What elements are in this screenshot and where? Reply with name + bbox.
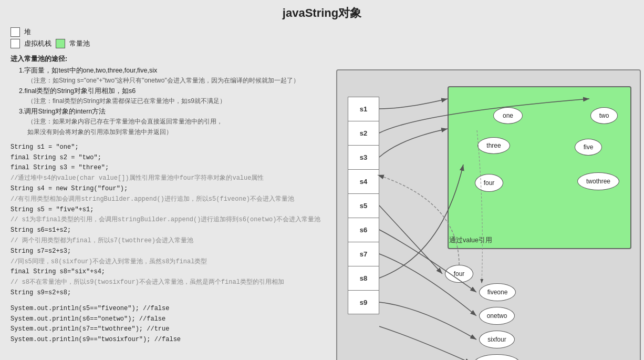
node-one: one [493,107,523,124]
code-line-12: final String s8="six"+s4; [11,267,336,277]
legend: 堆 虚拟机栈 常量池 [11,27,633,48]
intro-item-1-main: 1.字面量，如test中的one,two,three,four,five,six [19,65,336,76]
node-four-heap: four [445,265,473,283]
legend-other-row: 虚拟机栈 常量池 [11,39,633,48]
vm-stack-legend-label: 虚拟机栈 [24,39,51,48]
heap-legend-box [11,27,20,37]
code-line-14: String s9=s2+s8; [11,288,336,299]
node-two: two [590,107,618,124]
page: javaString对象 堆 虚拟机栈 常量池 进入常量池的途径: 1.字面量，… [0,0,644,360]
node-twothree: twothree [577,172,619,190]
node-twosixfour: twosixfour [474,354,520,360]
code-line-3: //通过堆中s4的value(char value[])属性引用常量池中four… [11,173,336,184]
node-three: three [477,137,510,154]
intro-item-3-main: 3.调用String对象的intern方法 [19,106,336,117]
stack-cell-s2: s2 [348,121,379,145]
node-fiveone: fiveone [479,283,516,301]
code-line-4: String s4 = new String("four"); [11,184,336,194]
node-five: five [575,139,602,156]
const-pool-legend-label: 常量池 [69,39,90,48]
code-line-6: String s5 = "five"+s1; [11,205,336,215]
code-line-0: String s1 = "one"; [11,142,336,153]
intro-item-2-note: （注意：final类型的String对象需都保证已在常量池中，如s9就不满足） [27,96,336,106]
code-line-2: final String s3 = "three"; [11,163,336,173]
right-panel: one two three five f [336,54,633,360]
code-line-1: final String s2 = "two"; [11,153,336,163]
vm-stack-legend-box [11,39,20,48]
code-line-5: //有引用类型相加会调用stringBuilder.append()进行追加，所… [11,194,336,205]
intro-item-1-note: （注意：如String s="one"+"two"这种只有"onetwo"会进入… [27,76,336,86]
heap-box: one two three five f [336,69,641,360]
code-line-9: // 两个引用类型都为final，所以s7(twothree)会进入常量池 [11,236,336,246]
content-area: 进入常量池的途径: 1.字面量，如test中的one,two,three,fou… [11,54,633,360]
stack-cell-s3: s3 [348,145,379,169]
node-four-cp: four [475,174,503,192]
left-panel: 进入常量池的途径: 1.字面量，如test中的one,two,three,fou… [11,54,336,360]
const-pool-box: one two three five f [448,86,631,249]
print-line-0: System.out.println(s5=="fiveone"); //fal… [11,304,336,314]
stack-cell-s5: s5 [348,193,379,218]
print-line-3: System.out.println(s9=="twosixfour"); //… [11,335,336,345]
stack-cell-s6: s6 [348,218,379,242]
intro-item-3-note2: 如果没有则会将对象的引用添加到常量池中并返回） [27,127,336,137]
code-line-7: // s1为非final类型的引用，会调用stringBuilder.appen… [11,215,336,225]
stack-cell-s7: s7 [348,242,379,266]
stack-cell-s9: s9 [348,290,379,314]
const-pool-legend-box [56,39,65,48]
stack-cell-s1: s1 [348,97,379,121]
print-line-1: System.out.println(s6=="onetwo"); //fals… [11,314,336,325]
print-line-2: System.out.println(s7=="twothree"); //tr… [11,324,336,335]
code-line-10: String s7=s2+s3; [11,246,336,257]
page-title: javaString对象 [11,5,633,21]
print-block: System.out.println(s5=="fiveone"); //fal… [11,304,336,345]
legend-heap-row: 堆 [11,27,633,37]
node-onetwo: onetwo [479,307,515,325]
code-line-11: //同s5同理，s8(sixfour)不会进入到常量池，虽然s8为final类型 [11,257,336,268]
stack-column: s1 s2 s3 s4 s5 s6 s7 s8 s9 [348,97,379,314]
code-block: String s1 = "one"; final String s2 = "tw… [11,142,336,299]
code-line-13: // s8不在常量池中，所以s9(twosixfour)不会进入常量池，虽然是两… [11,277,336,288]
node-sixfour: sixfour [479,331,515,348]
code-line-8: String s6=s1+s2; [11,225,336,236]
intro-item-3-note1: （注意：如果对象内容已存在于常量池中会直接返回常量池中的引用， [27,117,336,127]
intro-item-2-main: 2.final类型的String对象引用相加，如s6 [19,86,336,96]
stack-cell-s4: s4 [348,169,379,193]
intro-heading: 进入常量池的途径: [11,54,336,64]
stack-cell-s8: s8 [348,266,379,290]
value-ref-label: 通过value引用 [449,236,492,245]
heap-legend-label: 堆 [24,27,31,37]
